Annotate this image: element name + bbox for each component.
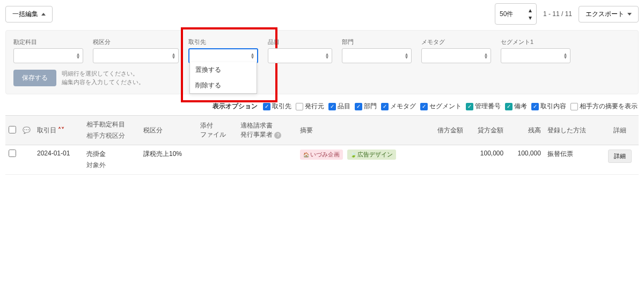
dropdown-item-delete[interactable]: 削除する	[190, 78, 257, 93]
checkmark-icon: ✓	[420, 103, 428, 110]
filter-partner-label: 取引先	[188, 38, 258, 46]
updown-icon: ▴▾	[251, 53, 254, 59]
filter-segment1: セグメント1 ▴▾	[501, 38, 570, 63]
select-segment1[interactable]: ▴▾	[501, 48, 570, 63]
tag-item[interactable]: 広告デザイン	[347, 150, 396, 160]
select-all-checkbox[interactable]	[9, 126, 16, 133]
transactions-table: 取引日 ˄˅ 相手勘定科目 相手方税区分 税区分 添付 ファイル 適格請求書 発…	[5, 115, 639, 175]
checkmark-icon: ✓	[466, 103, 473, 110]
table-row: 2024-01-01 売掛金 対象外 課税売上10% いづみ企画 広告デザイン …	[5, 145, 639, 175]
dropdown-item-replace[interactable]: 置換する	[190, 62, 257, 78]
filter-panel: 勘定科目 ▴▾ 税区分 ▴▾ 取引先 ▴▾ 置換する 削除する 品目 ▴▾ 部門…	[5, 30, 639, 94]
cell-balance: 100,000	[507, 145, 544, 175]
select-tax[interactable]: ▴▾	[93, 48, 179, 63]
detail-button[interactable]: 詳細	[608, 150, 632, 163]
row-checkbox[interactable]	[9, 150, 16, 157]
page-size-select[interactable]: 50件 ▴▾	[495, 3, 537, 25]
chk-issuer[interactable]: 発行元	[296, 102, 324, 111]
cell-summary: いづみ企画 広告デザイン	[297, 145, 426, 175]
th-attachment: 添付 ファイル	[197, 116, 237, 145]
export-button[interactable]: エクスポート	[579, 6, 639, 23]
filter-department: 部門 ▴▾	[342, 38, 412, 63]
th-date[interactable]: 取引日 ˄˅	[34, 116, 83, 145]
th-summary: 摘要	[297, 116, 426, 145]
select-memotag[interactable]: ▴▾	[421, 48, 491, 63]
checkmark-icon: ✓	[263, 103, 270, 110]
tag-partner[interactable]: いづみ企画	[300, 150, 343, 160]
filter-segment1-label: セグメント1	[501, 38, 570, 46]
chk-department[interactable]: ✓部門	[355, 102, 377, 111]
th-detail: 詳細	[601, 116, 639, 145]
chk-mgmtno[interactable]: ✓管理番号	[466, 102, 501, 111]
checkmark-icon: ✓	[328, 103, 336, 110]
caret-up-icon	[41, 13, 46, 16]
checkmark-icon: ✓	[505, 103, 513, 110]
th-balance: 残高	[507, 116, 544, 145]
filter-tax-label: 税区分	[93, 38, 179, 46]
filter-department-label: 部門	[342, 38, 412, 46]
sort-icon: ˄˅	[58, 126, 64, 134]
filter-account-label: 勘定科目	[13, 38, 83, 46]
chk-memotag[interactable]: ✓メモタグ	[381, 102, 416, 111]
checkbox-icon	[296, 103, 303, 110]
filter-memotag-label: メモタグ	[421, 38, 491, 46]
help-icon[interactable]: ?	[274, 132, 281, 139]
caret-down-icon	[627, 13, 632, 16]
checkmark-icon: ✓	[531, 103, 539, 110]
display-options-label: 表示オプション	[213, 102, 258, 111]
chk-content[interactable]: ✓取引内容	[531, 102, 566, 111]
display-options-bar: 表示オプション ✓取引先 発行元 ✓品目 ✓部門 ✓メモタグ ✓セグメント ✓管…	[0, 100, 644, 115]
updown-icon: ▴▾	[485, 53, 487, 59]
filter-tax: 税区分 ▴▾	[93, 38, 179, 63]
chk-segment[interactable]: ✓セグメント	[420, 102, 462, 111]
th-counter-account: 相手勘定科目 相手方税区分	[83, 116, 140, 145]
checkmark-icon: ✓	[381, 103, 389, 110]
updown-icon: ▴▾	[172, 53, 175, 59]
cell-tax: 課税売上10%	[140, 145, 197, 175]
bulk-edit-button[interactable]: 一括編集	[5, 6, 53, 23]
select-partner[interactable]: ▴▾ 置換する 削除する	[188, 48, 258, 63]
help-line-1: 明細行を選択してください。	[62, 70, 144, 78]
chk-remarks[interactable]: ✓備考	[505, 102, 527, 111]
checkmark-icon: ✓	[355, 103, 362, 110]
th-credit: 貸方金額	[466, 116, 507, 145]
cell-counter-account: 売掛金 対象外	[83, 145, 140, 175]
filter-account: 勘定科目 ▴▾	[13, 38, 83, 63]
select-department[interactable]: ▴▾	[342, 48, 412, 63]
page-count: 1 - 11 / 11	[541, 10, 574, 18]
cell-method: 振替伝票	[544, 145, 601, 175]
save-help-text: 明細行を選択してください。 編集内容を入力してください。	[62, 70, 144, 86]
bulk-edit-label: 一括編集	[12, 10, 38, 19]
cell-debit	[426, 145, 466, 175]
chk-item[interactable]: ✓品目	[328, 102, 350, 111]
save-button[interactable]: 保存する	[13, 70, 56, 86]
filter-partner: 取引先 ▴▾ 置換する 削除する	[188, 38, 258, 63]
export-label: エクスポート	[586, 10, 624, 19]
updown-icon: ▴▾	[564, 53, 567, 59]
updown-icon: ▴▾	[529, 6, 532, 21]
checkbox-icon	[570, 103, 578, 110]
partner-dropdown-menu: 置換する 削除する	[189, 62, 257, 94]
chk-counterpart-summary[interactable]: 相手方の摘要を表示	[570, 102, 638, 111]
updown-icon: ▴▾	[326, 53, 328, 59]
help-line-2: 編集内容を入力してください。	[62, 78, 144, 86]
th-method: 登録した方法	[544, 116, 601, 145]
filter-item: 品目 ▴▾	[268, 38, 332, 63]
page-size-value: 50件	[500, 10, 513, 19]
updown-icon: ▴▾	[405, 53, 408, 59]
cell-credit: 100,000	[466, 145, 507, 175]
th-debit: 借方金額	[426, 116, 466, 145]
th-tax: 税区分	[140, 116, 197, 145]
select-account[interactable]: ▴▾	[13, 48, 83, 63]
filter-memotag: メモタグ ▴▾	[421, 38, 491, 63]
comment-icon[interactable]	[23, 126, 31, 134]
th-invoice-issuer: 適格請求書 発行事業者 ?	[237, 116, 297, 145]
chk-partner[interactable]: ✓取引先	[263, 102, 291, 111]
updown-icon: ▴▾	[77, 53, 79, 59]
select-item[interactable]: ▴▾	[268, 48, 332, 63]
cell-date: 2024-01-01	[34, 145, 83, 175]
filter-item-label: 品目	[268, 38, 332, 46]
